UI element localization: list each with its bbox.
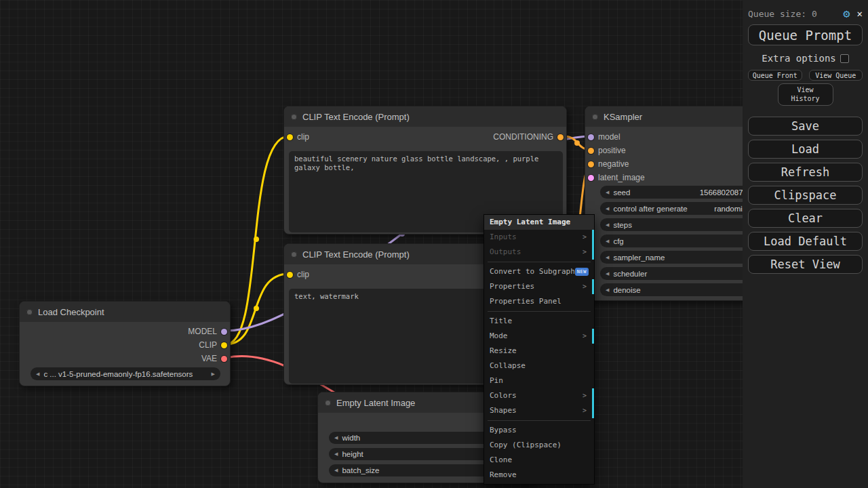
- menu-item-properties[interactable]: Properties>: [484, 279, 594, 294]
- widget-seed[interactable]: ◀ seed 1566802087 ▶: [600, 186, 756, 199]
- widget-sampler-name[interactable]: ◀ sampler_name: [600, 251, 756, 264]
- menu-item-bypass[interactable]: Bypass: [484, 423, 594, 438]
- queue-front-button[interactable]: Queue Front: [748, 70, 802, 81]
- combo-value: c ... v1-5-pruned-emaonly-fp16.safetenso…: [43, 370, 193, 378]
- settings-gear-icon[interactable]: ⚙: [843, 7, 850, 20]
- input-slot-negative[interactable]: negative: [588, 159, 629, 169]
- slot-label: clip: [297, 270, 309, 279]
- slot-label: MODEL: [188, 327, 217, 336]
- submenu-arrow-icon: >: [583, 391, 587, 401]
- stepper-prev-icon[interactable]: ◀: [606, 271, 609, 277]
- queue-prompt-button[interactable]: Queue Prompt: [748, 24, 863, 45]
- input-slot-clip[interactable]: clip: [287, 269, 309, 280]
- widget-control-after-generate[interactable]: ◀ control after generate randomize: [600, 202, 756, 215]
- node-ksampler[interactable]: KSampler model positive negative latent_…: [585, 106, 761, 301]
- menu-item-mode[interactable]: Mode>: [484, 329, 594, 344]
- view-history-button[interactable]: View History: [778, 83, 833, 106]
- input-slot-positive[interactable]: positive: [588, 145, 626, 156]
- menu-item-resize[interactable]: Resize: [484, 344, 594, 359]
- node-titlebar[interactable]: KSampler: [585, 106, 760, 127]
- submenu-arrow-icon: >: [583, 247, 587, 257]
- input-slot-clip[interactable]: clip: [287, 131, 309, 142]
- menu-item-properties-panel[interactable]: Properties Panel: [484, 294, 594, 309]
- menu-item-convert-to-subgraph[interactable]: Convert to SubgraphNEW: [484, 264, 594, 279]
- slot-dot-model[interactable]: [588, 134, 594, 140]
- comfy-menu-panel: Queue size: 0 ⚙ ✕ Queue Prompt Extra opt…: [743, 0, 868, 488]
- menu-item-shapes[interactable]: Shapes>: [484, 403, 594, 418]
- ckpt-name-combo[interactable]: ◀ c ... v1-5-pruned-emaonly-fp16.safeten…: [31, 367, 220, 380]
- slot-dot-model[interactable]: [221, 329, 227, 335]
- output-slot-clip[interactable]: CLIP: [199, 340, 227, 350]
- input-slot-latent-image[interactable]: latent_image: [588, 172, 645, 183]
- refresh-button[interactable]: Refresh: [748, 163, 863, 182]
- queue-size-label: Queue size: 0: [748, 9, 817, 19]
- save-button[interactable]: Save: [748, 117, 863, 136]
- menu-separator: [488, 262, 591, 262]
- node-context-menu: Empty Latent Image Inputs> Outputs> Conv…: [484, 214, 595, 485]
- load-button[interactable]: Load: [748, 140, 863, 159]
- submenu-arrow-icon: >: [583, 406, 587, 415]
- widget-cfg[interactable]: ◀ cfg: [600, 235, 756, 247]
- slot-dot-clip[interactable]: [287, 134, 293, 140]
- node-title: CLIP Text Encode (Prompt): [302, 249, 410, 260]
- view-queue-button[interactable]: View Queue: [809, 70, 863, 81]
- slot-dot-conditioning[interactable]: [557, 134, 564, 140]
- menu-item-pin[interactable]: Pin: [484, 373, 594, 388]
- slot-dot-conditioning[interactable]: [588, 148, 594, 154]
- node-load-checkpoint[interactable]: Load Checkpoint MODEL CLIP VAE ◀ c ... v…: [19, 301, 231, 386]
- widget-scheduler[interactable]: ◀ scheduler: [600, 267, 756, 280]
- output-slot-conditioning[interactable]: CONDITIONING: [493, 131, 564, 142]
- output-slot-vae[interactable]: VAE: [201, 353, 227, 364]
- menu-item-remove[interactable]: Remove: [484, 468, 594, 483]
- stepper-prev-icon[interactable]: ◀: [606, 190, 609, 195]
- node-title: CLIP Text Encode (Prompt): [302, 112, 410, 122]
- close-menu-icon[interactable]: ✕: [857, 8, 863, 19]
- collapse-dot[interactable]: [291, 251, 297, 258]
- slot-dot-latent[interactable]: [588, 175, 594, 181]
- graph-canvas[interactable]: CLIP Text Encode (Prompt) clip CONDITION…: [0, 0, 868, 488]
- collapse-dot[interactable]: [592, 114, 598, 120]
- menu-item-clone[interactable]: Clone: [484, 453, 594, 468]
- node-titlebar[interactable]: CLIP Text Encode (Prompt): [284, 106, 566, 127]
- stepper-prev-icon[interactable]: ◀: [606, 255, 609, 260]
- input-slot-model[interactable]: model: [588, 131, 620, 142]
- output-slot-model[interactable]: MODEL: [188, 326, 227, 337]
- slot-dot-conditioning[interactable]: [588, 161, 594, 167]
- reset-view-button[interactable]: Reset View: [748, 255, 863, 274]
- widget-steps[interactable]: ◀ steps: [600, 218, 756, 231]
- slot-dot-vae[interactable]: [221, 356, 227, 362]
- combo-prev-icon[interactable]: ◀: [36, 371, 39, 377]
- slot-label: VAE: [201, 354, 217, 363]
- collapse-dot[interactable]: [26, 309, 33, 315]
- menu-item-colors[interactable]: Colors>: [484, 388, 594, 403]
- submenu-arrow-icon: >: [583, 232, 587, 242]
- collapse-dot[interactable]: [291, 114, 297, 120]
- menu-item-title[interactable]: Title: [484, 314, 594, 329]
- load-default-button[interactable]: Load Default: [748, 232, 863, 251]
- clipspace-button[interactable]: Clipspace: [748, 186, 863, 205]
- menu-item-collapse[interactable]: Collapse: [484, 359, 594, 373]
- stepper-prev-icon[interactable]: ◀: [606, 222, 609, 228]
- slot-dot-clip[interactable]: [287, 272, 293, 278]
- menu-item-inputs: Inputs>: [484, 230, 594, 245]
- extra-options-checkbox[interactable]: [840, 54, 849, 63]
- menu-separator: [488, 420, 591, 421]
- stepper-prev-icon[interactable]: ◀: [606, 287, 609, 293]
- link-dot: [254, 237, 259, 242]
- stepper-prev-icon[interactable]: ◀: [334, 435, 338, 441]
- link-dot: [574, 140, 580, 146]
- collapse-dot[interactable]: [325, 400, 331, 406]
- extra-options-label: Extra options: [762, 53, 836, 64]
- menu-item-outputs: Outputs>: [484, 245, 594, 260]
- stepper-prev-icon[interactable]: ◀: [334, 468, 338, 473]
- widget-denoise[interactable]: ◀ denoise: [600, 283, 756, 296]
- combo-next-icon[interactable]: ▶: [212, 371, 215, 377]
- menu-item-copy-clipspace[interactable]: Copy (Clipspace): [484, 438, 594, 453]
- slot-dot-clip[interactable]: [221, 342, 227, 348]
- clear-button[interactable]: Clear: [748, 209, 863, 228]
- node-titlebar[interactable]: Load Checkpoint: [20, 302, 230, 322]
- stepper-prev-icon[interactable]: ◀: [606, 206, 609, 211]
- stepper-prev-icon[interactable]: ◀: [606, 239, 609, 244]
- stepper-prev-icon[interactable]: ◀: [334, 451, 338, 457]
- node-title: Empty Latent Image: [336, 398, 415, 408]
